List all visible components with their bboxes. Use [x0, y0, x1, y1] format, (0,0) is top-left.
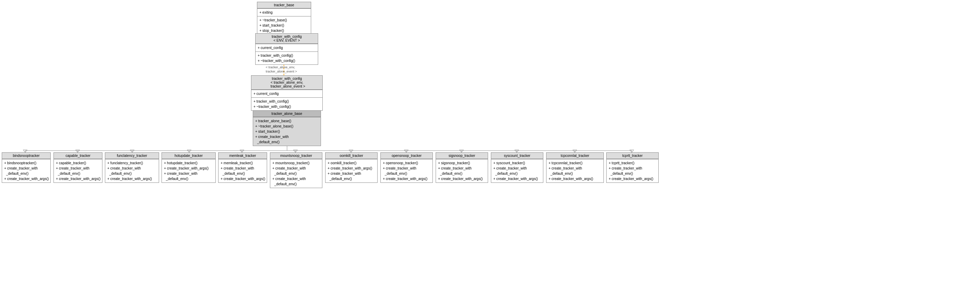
box-hotupdate-tracker: hotupdate_tracker + hotupdate_tracker() … — [162, 152, 216, 183]
box-tracker-alone-base: tracker_alone_base + tracker_alone_base(… — [253, 111, 321, 146]
box-mountsnoop-tracker: mountsnoop_tracker + mountsnoop_tracker(… — [270, 152, 322, 188]
svg-marker-21 — [293, 150, 298, 152]
svg-marker-15 — [130, 150, 134, 152]
box-oomkill-tracker: oomkill_tracker + oomkill_tracker() + cr… — [325, 152, 378, 183]
box-funclatency-tracker: funclatency_tracker + funclatency_tracke… — [105, 152, 159, 183]
box-opensnoop-tracker: opensnoop_tracker + opensnoop_tracker() … — [380, 152, 433, 183]
svg-marker-23 — [349, 150, 353, 152]
box-tracker-alone-base-title: tracker_alone_base — [253, 111, 321, 117]
svg-text:tracker_alone_event >: tracker_alone_event > — [266, 70, 297, 73]
box-tracker-base-methods: + ~tracker_base() + start_tracker() + st… — [257, 16, 311, 34]
svg-marker-17 — [187, 150, 191, 152]
tracker-base-attr-exiting: + exiting — [259, 10, 309, 15]
svg-marker-33 — [630, 150, 634, 152]
svg-marker-19 — [240, 150, 244, 152]
svg-marker-31 — [573, 150, 577, 152]
box-bindsnooptracker: bindsnooptracker + bindsnooptracker() + … — [2, 152, 51, 183]
connectors-svg: < tracker_alone_env, tracker_alone_event… — [0, 0, 980, 290]
svg-marker-25 — [404, 150, 408, 152]
box-memleak-tracker: memleak_tracker + memleak_tracker() + cr… — [218, 152, 267, 183]
box-sigsnoop-tracker: sigsnoop_tracker + sigsnoop_tracker() + … — [436, 152, 488, 183]
diagram-container: < tracker_alone_env, tracker_alone_event… — [0, 0, 980, 290]
svg-marker-27 — [460, 150, 464, 152]
box-tcpconnlat-tracker: tcpconnlat_tracker + tcpconnlat_tracker(… — [546, 152, 604, 183]
box-tcprtt-tracker: tcprtt_tracker + tcprtt_tracker() + crea… — [606, 152, 659, 183]
box-tracker-with-config-alone: tracker_with_config< tracker_alone_env, … — [251, 75, 323, 111]
box-tracker-base-title: tracker_base — [257, 2, 311, 8]
svg-marker-13 — [76, 150, 80, 152]
svg-marker-11 — [23, 150, 27, 152]
box-tracker-with-config-env-event: tracker_with_config< ENV, EVENT > + curr… — [255, 33, 318, 65]
box-tracker-base-attrs: + exiting — [257, 8, 311, 16]
svg-marker-29 — [515, 150, 519, 152]
box-tracker-with-config-alone-title: tracker_with_config< tracker_alone_env, … — [251, 76, 322, 90]
box-tracker-base: tracker_base + exiting + ~tracker_base()… — [257, 2, 311, 35]
box-capable-tracker: capable_tracker + capable_tracker() + cr… — [54, 152, 102, 183]
box-syscount-tracker: syscount_tracker + syscount_tracker() + … — [491, 152, 543, 183]
box-tracker-with-config-env-event-title: tracker_with_config< ENV, EVENT > — [256, 34, 318, 44]
svg-text:< tracker_alone_env,: < tracker_alone_env, — [266, 66, 295, 69]
